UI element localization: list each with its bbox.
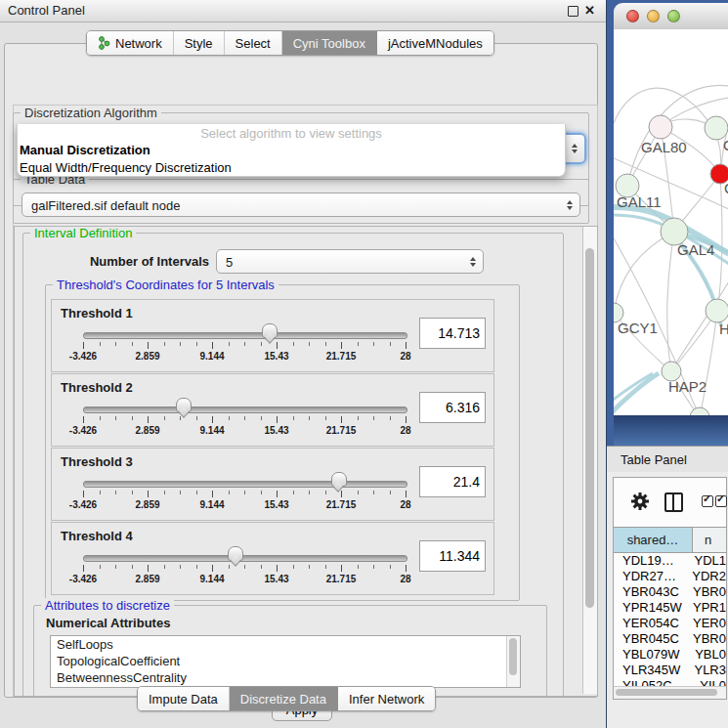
cytoscape-desktop: GAL80 G C GAL11 GAL4 GCY1 H HAP2 Table P… — [606, 0, 728, 728]
network-icon — [98, 36, 110, 50]
table-panel-title: Table Panel — [621, 452, 687, 467]
table-cell: YIL052C — [614, 678, 689, 686]
network-node-gal80[interactable] — [649, 115, 672, 139]
checkbox-icon[interactable] — [702, 495, 713, 507]
checkbox-icon[interactable] — [715, 495, 727, 507]
table-data-value: galFiltered.sif default node — [31, 197, 180, 212]
table-cell: YPR145W — [614, 600, 682, 616]
columns-icon[interactable] — [664, 492, 683, 512]
table-rows: YDL19…YDL1YDR27…YDR2YBR043CYBR0YPR145WYP… — [614, 553, 726, 686]
table-cell: YDL1 — [683, 553, 726, 569]
table-cell: YDR2 — [681, 569, 726, 584]
tab-style[interactable]: Style — [174, 31, 225, 55]
threshold-1-value-field[interactable] — [419, 318, 486, 349]
numerical-attributes-label: Numerical Attributes — [46, 616, 170, 630]
dropdown-option-equal-width[interactable]: Equal Width/Frequency Discretization — [18, 159, 565, 177]
network-canvas[interactable]: GAL80 G C GAL11 GAL4 GCY1 H HAP2 — [614, 29, 728, 415]
node-label-partial-red: C — [724, 180, 728, 196]
table-row[interactable]: YIL052CYIL0 — [614, 678, 726, 686]
table-scrollbar-thumb[interactable] — [616, 689, 717, 696]
table-row[interactable]: YBR043CYBR0 — [614, 584, 726, 600]
tab-jactivemnodules[interactable]: jActiveMNodules — [377, 31, 493, 55]
tab-cyni-toolbox[interactable]: Cyni Toolbox — [282, 31, 377, 55]
table-cell: YPR1 — [682, 600, 726, 616]
slider-ticks — [83, 342, 406, 350]
thresholds-group: Threshold's Coordinates for 5 Intervals … — [45, 284, 520, 601]
dropdown-option-manual[interactable]: Manual Discretization — [18, 142, 565, 159]
group-label: Interval Definition — [30, 226, 136, 240]
table-row[interactable]: YPR145WYPR1 — [614, 600, 726, 616]
control-panel-tabs: Network Style Select Cyni Toolbox jActiv… — [86, 30, 494, 56]
network-node-partial-right[interactable] — [706, 299, 728, 322]
slider-tick-labels: -3.4262.8599.14415.4321.71528 — [83, 499, 406, 511]
slider-ticks — [83, 491, 406, 498]
float-window-icon[interactable] — [568, 6, 578, 17]
node-label-partial-right: H — [719, 321, 728, 337]
node-label-hap2: HAP2 — [668, 378, 707, 395]
table-horizontal-scrollbar[interactable] — [614, 686, 726, 699]
slider-tick-labels: -3.4262.8599.14415.4321.71528 — [83, 351, 406, 363]
table-cell: YLR3 — [683, 663, 726, 678]
combo-arrows-icon — [572, 144, 578, 153]
table-row[interactable]: YLR345WYLR3 — [614, 663, 726, 678]
list-scrollbar-thumb[interactable] — [509, 638, 517, 675]
threshold-2-value-field[interactable] — [419, 392, 486, 423]
control-panel-titlebar: Control Panel ✕ — [0, 0, 606, 22]
threshold-2-slider-thumb[interactable] — [176, 398, 192, 412]
threshold-1-panel: Threshold 1 -3.4262.8599.14415.4321.7152… — [51, 299, 494, 372]
attribute-list-item[interactable]: TopologicalCoefficient — [51, 653, 520, 669]
node-label-gal80: GAL80 — [641, 139, 687, 155]
settings-scrollbar-thumb[interactable] — [585, 248, 594, 608]
gear-icon[interactable] — [629, 491, 651, 512]
tab-select[interactable]: Select — [225, 31, 282, 55]
tab-label: Cyni Toolbox — [293, 36, 365, 51]
table-row[interactable]: YBL079WYBL0 — [614, 647, 726, 663]
combo-arrows-icon — [470, 257, 476, 267]
close-traffic-light[interactable] — [626, 10, 639, 22]
screen: Control Panel ✕ Discretization Algorithm… — [0, 0, 728, 728]
dropdown-placeholder: Select algorithm to view settings — [18, 125, 565, 142]
group-label: Attributes to discretize — [41, 598, 174, 613]
attribute-list-item[interactable]: SelfLoops — [51, 636, 520, 653]
minimize-traffic-light[interactable] — [647, 10, 660, 22]
threshold-3-value-field[interactable] — [419, 466, 486, 497]
tab-infer-network[interactable]: Infer Network — [338, 687, 435, 710]
column-header-name[interactable]: n — [693, 528, 726, 552]
table-cell: YBR0 — [682, 584, 726, 600]
tab-label: Select — [236, 36, 271, 51]
group-label: Discretization Algorithm — [21, 106, 161, 120]
network-graph: GAL80 G C GAL11 GAL4 GCY1 H HAP2 — [614, 29, 728, 415]
interval-definition-group: Interval Definition Number of Intervals … — [22, 233, 564, 697]
table-cell: YBR0 — [682, 631, 726, 647]
tab-impute-data[interactable]: Impute Data — [138, 687, 230, 710]
slider-ticks — [83, 416, 406, 424]
slider-ticks — [83, 565, 406, 573]
table-data-combobox[interactable]: galFiltered.sif default node — [21, 193, 580, 217]
threshold-3-slider-thumb[interactable] — [331, 472, 347, 487]
column-header-shared-name[interactable]: shared… — [614, 528, 693, 552]
table-cell: YER054C — [614, 616, 682, 631]
tab-label: Impute Data — [149, 692, 218, 707]
number-of-intervals-combobox[interactable]: 5 — [216, 249, 484, 274]
table-row[interactable]: YBR045CYBR0 — [614, 631, 726, 647]
table-row[interactable]: YDR27…YDR2 — [614, 569, 726, 584]
tab-network[interactable]: Network — [87, 31, 174, 55]
combo-arrows-icon — [567, 200, 573, 210]
zoom-traffic-light[interactable] — [667, 10, 680, 22]
list-scrollbar[interactable] — [506, 636, 520, 687]
table-row[interactable]: YDL19…YDL1 — [614, 553, 726, 569]
close-icon[interactable]: ✕ — [584, 3, 595, 18]
attributes-group: Attributes to discretize Numerical Attri… — [33, 605, 547, 697]
settings-scrollbar[interactable] — [582, 227, 597, 694]
number-of-intervals-value: 5 — [226, 254, 233, 269]
threshold-4-value-field[interactable] — [419, 540, 486, 572]
table-row[interactable]: YER054CYER0 — [614, 616, 726, 631]
threshold-4-slider-thumb[interactable] — [228, 546, 243, 561]
attribute-list-item[interactable]: BetweennessCentrality — [51, 669, 520, 686]
number-of-intervals-label: Number of Intervals — [53, 254, 209, 269]
threshold-1-slider-thumb[interactable] — [262, 323, 278, 338]
table-header-row: shared… n — [614, 527, 726, 553]
network-window-titlebar[interactable] — [614, 3, 728, 30]
tab-discretize-data[interactable]: Discretize Data — [230, 687, 338, 710]
threshold-4-panel: Threshold 4 -3.4262.8599.14415.4321.7152… — [51, 522, 494, 595]
